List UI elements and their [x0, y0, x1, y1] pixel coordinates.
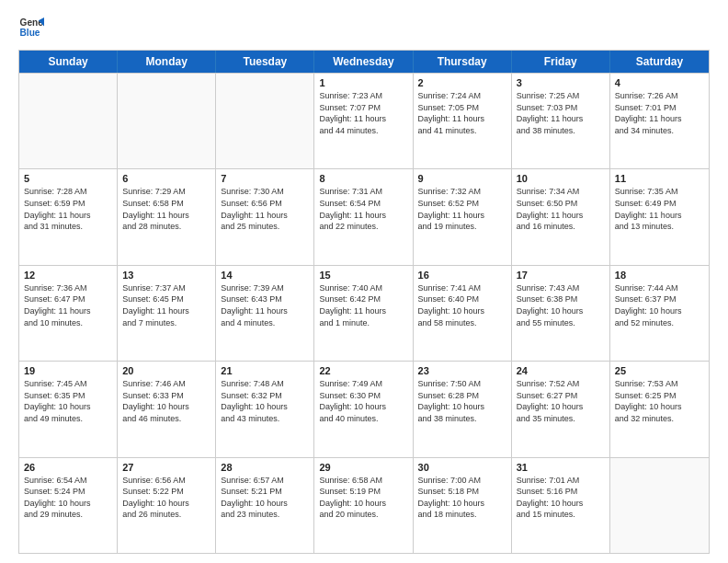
calendar-cell: 12Sunrise: 7:36 AM Sunset: 6:47 PM Dayli…: [19, 266, 118, 361]
calendar-row-0: 1Sunrise: 7:23 AM Sunset: 7:07 PM Daylig…: [19, 73, 709, 168]
day-info: Sunrise: 7:50 AM Sunset: 6:28 PM Dayligh…: [418, 378, 506, 424]
day-info: Sunrise: 7:44 AM Sunset: 6:37 PM Dayligh…: [615, 282, 704, 328]
day-number: 31: [517, 462, 605, 473]
calendar-cell: 31Sunrise: 7:01 AM Sunset: 5:16 PM Dayli…: [512, 458, 610, 553]
day-number: 3: [517, 77, 605, 88]
day-number: 9: [418, 173, 506, 184]
calendar-cell: 24Sunrise: 7:52 AM Sunset: 6:27 PM Dayli…: [512, 362, 610, 456]
day-number: 8: [319, 173, 407, 184]
calendar-cell: 20Sunrise: 7:46 AM Sunset: 6:33 PM Dayli…: [118, 362, 216, 456]
day-info: Sunrise: 7:00 AM Sunset: 5:18 PM Dayligh…: [418, 475, 506, 521]
day-info: Sunrise: 7:28 AM Sunset: 6:59 PM Dayligh…: [24, 186, 112, 232]
day-number: 2: [418, 77, 506, 88]
day-info: Sunrise: 7:37 AM Sunset: 6:45 PM Dayligh…: [122, 282, 210, 328]
calendar-cell: 23Sunrise: 7:50 AM Sunset: 6:28 PM Dayli…: [414, 362, 512, 456]
calendar-cell: [216, 74, 314, 168]
calendar-cell: [19, 74, 118, 168]
day-number: 6: [122, 173, 210, 184]
day-number: 16: [418, 270, 506, 281]
day-number: 27: [122, 462, 210, 473]
calendar-row-2: 12Sunrise: 7:36 AM Sunset: 6:47 PM Dayli…: [19, 265, 709, 361]
calendar-row-4: 26Sunrise: 6:54 AM Sunset: 5:24 PM Dayli…: [19, 457, 709, 553]
header-day-wednesday: Wednesday: [314, 51, 413, 73]
day-number: 17: [517, 270, 605, 281]
day-info: Sunrise: 7:31 AM Sunset: 6:54 PM Dayligh…: [319, 186, 407, 232]
calendar-cell: 6Sunrise: 7:29 AM Sunset: 6:58 PM Daylig…: [118, 169, 216, 264]
calendar-cell: 19Sunrise: 7:45 AM Sunset: 6:35 PM Dayli…: [19, 362, 118, 456]
calendar-cell: 10Sunrise: 7:34 AM Sunset: 6:50 PM Dayli…: [512, 169, 610, 264]
day-info: Sunrise: 7:29 AM Sunset: 6:58 PM Dayligh…: [122, 186, 210, 232]
day-number: 11: [615, 173, 704, 184]
day-info: Sunrise: 7:48 AM Sunset: 6:32 PM Dayligh…: [221, 378, 309, 424]
day-number: 18: [615, 270, 704, 281]
day-number: 30: [418, 462, 506, 473]
calendar-cell: 3Sunrise: 7:25 AM Sunset: 7:03 PM Daylig…: [512, 74, 610, 168]
day-number: 23: [418, 365, 506, 376]
day-info: Sunrise: 6:56 AM Sunset: 5:22 PM Dayligh…: [122, 475, 210, 521]
calendar-cell: 2Sunrise: 7:24 AM Sunset: 7:05 PM Daylig…: [414, 74, 512, 168]
calendar-cell: 8Sunrise: 7:31 AM Sunset: 6:54 PM Daylig…: [314, 169, 413, 264]
day-number: 1: [319, 77, 407, 88]
day-info: Sunrise: 6:54 AM Sunset: 5:24 PM Dayligh…: [24, 475, 112, 521]
day-info: Sunrise: 6:57 AM Sunset: 5:21 PM Dayligh…: [221, 475, 309, 521]
day-number: 21: [221, 365, 309, 376]
page-header: General Blue: [18, 15, 710, 40]
day-number: 10: [517, 173, 605, 184]
day-number: 25: [615, 365, 704, 376]
calendar-cell: 14Sunrise: 7:39 AM Sunset: 6:43 PM Dayli…: [216, 266, 314, 361]
calendar-cell: 25Sunrise: 7:53 AM Sunset: 6:25 PM Dayli…: [610, 362, 709, 456]
calendar-cell: 1Sunrise: 7:23 AM Sunset: 7:07 PM Daylig…: [314, 74, 413, 168]
calendar-cell: 9Sunrise: 7:32 AM Sunset: 6:52 PM Daylig…: [414, 169, 512, 264]
day-info: Sunrise: 7:52 AM Sunset: 6:27 PM Dayligh…: [517, 378, 605, 424]
day-info: Sunrise: 7:36 AM Sunset: 6:47 PM Dayligh…: [24, 282, 112, 328]
calendar: SundayMondayTuesdayWednesdayThursdayFrid…: [18, 50, 710, 554]
calendar-cell: 5Sunrise: 7:28 AM Sunset: 6:59 PM Daylig…: [19, 169, 118, 264]
header-day-saturday: Saturday: [610, 51, 709, 73]
day-number: 24: [517, 365, 605, 376]
day-info: Sunrise: 7:30 AM Sunset: 6:56 PM Dayligh…: [221, 186, 309, 232]
header-day-sunday: Sunday: [19, 51, 118, 73]
day-info: Sunrise: 7:53 AM Sunset: 6:25 PM Dayligh…: [615, 378, 704, 424]
day-number: 19: [24, 365, 112, 376]
calendar-cell: 4Sunrise: 7:26 AM Sunset: 7:01 PM Daylig…: [610, 74, 709, 168]
calendar-row-1: 5Sunrise: 7:28 AM Sunset: 6:59 PM Daylig…: [19, 168, 709, 264]
day-info: Sunrise: 7:34 AM Sunset: 6:50 PM Dayligh…: [517, 186, 605, 232]
calendar-cell: 28Sunrise: 6:57 AM Sunset: 5:21 PM Dayli…: [216, 458, 314, 553]
day-info: Sunrise: 7:01 AM Sunset: 5:16 PM Dayligh…: [517, 475, 605, 521]
day-info: Sunrise: 7:40 AM Sunset: 6:42 PM Dayligh…: [319, 282, 407, 328]
day-info: Sunrise: 7:26 AM Sunset: 7:01 PM Dayligh…: [615, 90, 704, 136]
calendar-cell: 30Sunrise: 7:00 AM Sunset: 5:18 PM Dayli…: [414, 458, 512, 553]
calendar-cell: 15Sunrise: 7:40 AM Sunset: 6:42 PM Dayli…: [314, 266, 413, 361]
calendar-cell: 11Sunrise: 7:35 AM Sunset: 6:49 PM Dayli…: [610, 169, 709, 264]
day-number: 29: [319, 462, 407, 473]
day-info: Sunrise: 7:23 AM Sunset: 7:07 PM Dayligh…: [319, 90, 407, 136]
day-info: Sunrise: 7:35 AM Sunset: 6:49 PM Dayligh…: [615, 186, 704, 232]
logo: General Blue: [18, 15, 44, 40]
calendar-row-3: 19Sunrise: 7:45 AM Sunset: 6:35 PM Dayli…: [19, 361, 709, 456]
header-day-monday: Monday: [118, 51, 216, 73]
calendar-body: 1Sunrise: 7:23 AM Sunset: 7:07 PM Daylig…: [19, 73, 709, 553]
calendar-cell: 7Sunrise: 7:30 AM Sunset: 6:56 PM Daylig…: [216, 169, 314, 264]
header-day-tuesday: Tuesday: [216, 51, 314, 73]
day-info: Sunrise: 7:32 AM Sunset: 6:52 PM Dayligh…: [418, 186, 506, 232]
day-number: 20: [122, 365, 210, 376]
day-info: Sunrise: 6:58 AM Sunset: 5:19 PM Dayligh…: [319, 475, 407, 521]
day-info: Sunrise: 7:24 AM Sunset: 7:05 PM Dayligh…: [418, 90, 506, 136]
day-info: Sunrise: 7:49 AM Sunset: 6:30 PM Dayligh…: [319, 378, 407, 424]
calendar-cell: 17Sunrise: 7:43 AM Sunset: 6:38 PM Dayli…: [512, 266, 610, 361]
calendar-header: SundayMondayTuesdayWednesdayThursdayFrid…: [19, 51, 709, 73]
svg-text:General: General: [20, 17, 44, 28]
day-info: Sunrise: 7:41 AM Sunset: 6:40 PM Dayligh…: [418, 282, 506, 328]
day-number: 28: [221, 462, 309, 473]
svg-text:Blue: Blue: [20, 28, 40, 38]
day-number: 7: [221, 173, 309, 184]
day-info: Sunrise: 7:25 AM Sunset: 7:03 PM Dayligh…: [517, 90, 605, 136]
logo-icon: General Blue: [18, 15, 44, 40]
day-number: 5: [24, 173, 112, 184]
calendar-cell: [610, 458, 709, 553]
day-number: 14: [221, 270, 309, 281]
calendar-cell: 13Sunrise: 7:37 AM Sunset: 6:45 PM Dayli…: [118, 266, 216, 361]
calendar-cell: 26Sunrise: 6:54 AM Sunset: 5:24 PM Dayli…: [19, 458, 118, 553]
calendar-page: General Blue SundayMondayTuesdayWednesda…: [0, 0, 728, 563]
calendar-cell: 18Sunrise: 7:44 AM Sunset: 6:37 PM Dayli…: [610, 266, 709, 361]
